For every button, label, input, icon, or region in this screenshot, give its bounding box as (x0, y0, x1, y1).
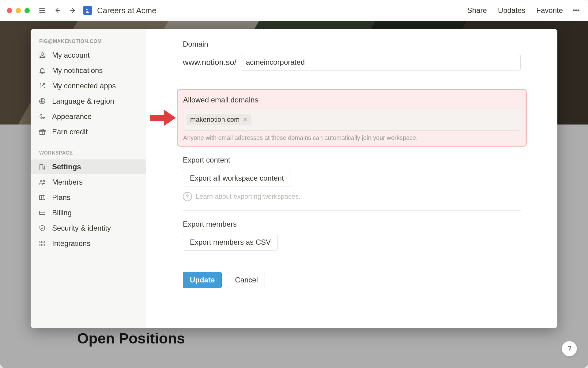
sidebar-item-label: Plans (52, 193, 70, 202)
sidebar-item-label: My connected apps (52, 82, 116, 90)
maximize-window-icon[interactable] (24, 8, 30, 13)
shield-icon (38, 224, 47, 232)
allowed-domains-input[interactable]: makenotion.com ✕ (183, 109, 520, 131)
sidebar-item-label: Integrations (52, 239, 90, 248)
export-all-content-button[interactable]: Export all workspace content (183, 170, 291, 186)
page-icon[interactable] (83, 6, 92, 15)
update-button[interactable]: Update (183, 272, 222, 288)
sidebar-item-security[interactable]: Security & identity (31, 221, 146, 236)
updates-button[interactable]: Updates (495, 5, 528, 16)
settings-main-pane: Domain www.notion.so/ Allowed email doma… (146, 29, 557, 328)
cancel-button[interactable]: Cancel (228, 272, 265, 288)
sidebar-item-label: My account (52, 51, 90, 59)
moon-icon (38, 112, 47, 121)
chip-label: makenotion.com (190, 116, 239, 124)
svg-rect-9 (40, 244, 42, 246)
help-icon: ? (183, 192, 192, 201)
sidebar-item-label: Language & region (52, 97, 114, 105)
svg-rect-6 (40, 211, 45, 215)
sidebar-item-billing[interactable]: Billing (31, 205, 146, 220)
sidebar-item-connected-apps[interactable]: My connected apps (31, 79, 146, 93)
remove-chip-icon[interactable]: ✕ (243, 117, 248, 123)
section-title: Domain (183, 40, 521, 48)
window-controls[interactable] (7, 8, 30, 13)
svg-rect-8 (43, 241, 45, 243)
credit-card-icon (38, 209, 47, 217)
people-icon (38, 178, 47, 186)
sidebar-item-my-account[interactable]: My account (31, 48, 146, 63)
section-title: Export members (183, 220, 521, 228)
help-fab[interactable]: ? (562, 341, 577, 356)
sidebar-account-header: FIG@MAKENOTION.COM (31, 37, 146, 47)
sidebar-item-label: Earn credit (52, 128, 88, 136)
section-title: Export content (183, 156, 521, 164)
sidebar-item-label: Security & identity (52, 224, 111, 232)
section-domain: Domain www.notion.so/ (183, 40, 521, 80)
help-text: Anyone with email addresses at these dom… (183, 134, 520, 141)
page-heading: Open Positions (77, 330, 185, 347)
svg-point-4 (40, 180, 42, 182)
nav-forward-icon[interactable] (68, 5, 78, 16)
share-button[interactable]: Share (464, 5, 490, 16)
gift-icon (38, 128, 47, 136)
section-title: Allowed email domains (183, 96, 520, 104)
menu-icon[interactable] (37, 5, 47, 16)
nav-back-icon[interactable] (52, 5, 63, 16)
section-export-members: Export members Export members as CSV (183, 220, 521, 260)
grid-icon (38, 239, 47, 248)
toolbar: Careers at Acme Share Updates Favorite (0, 0, 588, 21)
sidebar-item-notifications[interactable]: My notifications (31, 63, 146, 78)
settings-modal: FIG@MAKENOTION.COM My account My notific… (31, 29, 557, 328)
learn-link-label: Learn about exporting workspaces. (196, 193, 300, 201)
sidebar-item-label: Settings (52, 163, 81, 171)
svg-rect-10 (43, 244, 45, 246)
minimize-window-icon[interactable] (16, 8, 21, 13)
sidebar-item-appearance[interactable]: Appearance (31, 109, 146, 124)
svg-point-1 (575, 10, 577, 11)
map-icon (38, 193, 47, 202)
globe-icon (38, 97, 47, 105)
sidebar-item-label: Billing (52, 209, 72, 217)
sidebar-item-language[interactable]: Language & region (31, 94, 146, 109)
learn-exporting-link[interactable]: ? Learn about exporting workspaces. (183, 192, 521, 201)
svg-rect-7 (40, 241, 42, 243)
bell-icon (38, 66, 47, 75)
external-link-icon (38, 82, 47, 90)
building-icon (38, 163, 47, 171)
sidebar-item-label: Members (52, 178, 83, 186)
section-allowed-email-domains: Allowed email domains makenotion.com ✕ A… (177, 89, 527, 147)
sidebar-item-settings[interactable]: Settings (31, 159, 146, 174)
avatar-icon (38, 51, 47, 59)
sidebar-item-members[interactable]: Members (31, 175, 146, 190)
svg-point-0 (573, 10, 574, 11)
svg-point-2 (578, 10, 579, 11)
sidebar-item-integrations[interactable]: Integrations (31, 236, 146, 251)
sidebar-workspace-header: WORKSPACE (31, 148, 146, 159)
domain-prefix: www.notion.so/ (183, 58, 236, 67)
svg-point-5 (43, 181, 45, 182)
sidebar-item-label: Appearance (52, 112, 92, 121)
more-icon[interactable] (571, 5, 581, 16)
domain-chip[interactable]: makenotion.com ✕ (187, 114, 251, 125)
close-window-icon[interactable] (7, 8, 12, 13)
action-row: Update Cancel (183, 272, 521, 288)
arrow-callout-icon (150, 109, 176, 128)
favorite-button[interactable]: Favorite (533, 5, 566, 16)
settings-sidebar: FIG@MAKENOTION.COM My account My notific… (31, 29, 146, 328)
sidebar-item-plans[interactable]: Plans (31, 190, 146, 205)
sidebar-item-label: My notifications (52, 66, 103, 75)
domain-input[interactable] (241, 54, 521, 71)
section-export-content: Export content Export all workspace cont… (183, 156, 521, 211)
app-window: Careers at Acme Share Updates Favorite O… (0, 0, 588, 368)
export-members-csv-button[interactable]: Export members as CSV (183, 234, 278, 251)
sidebar-item-earn-credit[interactable]: Earn credit (31, 125, 146, 139)
page-title[interactable]: Careers at Acme (97, 6, 156, 15)
